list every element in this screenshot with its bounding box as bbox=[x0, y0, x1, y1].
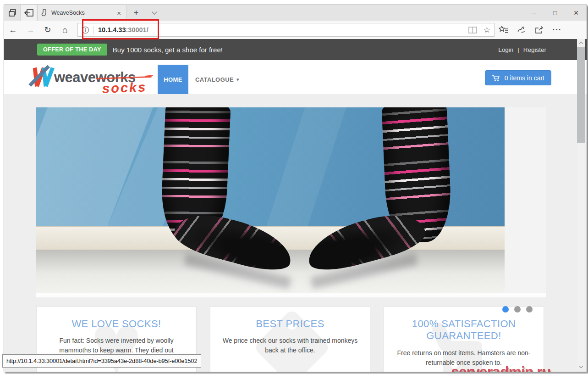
site-info-icon[interactable] bbox=[82, 26, 89, 34]
brand-socks-text: socks bbox=[102, 79, 147, 96]
favorites-hub-icon[interactable] bbox=[495, 26, 512, 34]
refresh-button[interactable]: ↻ bbox=[39, 25, 56, 35]
tabs-set-aside-button[interactable] bbox=[21, 5, 37, 21]
chevron-down-icon: ▾ bbox=[236, 77, 239, 83]
carousel-bottom-strip bbox=[36, 293, 546, 297]
tab-strip: WeaveSocks × + ─ □ × bbox=[4, 5, 587, 21]
tab-title: WeaveSocks bbox=[51, 10, 111, 16]
browser-toolbar: ← → ↻ ⌂ 10.1.4.33:30001/ ☆ bbox=[4, 21, 587, 39]
wall-light-streak bbox=[263, 107, 346, 239]
window-controls: ─ □ × bbox=[523, 5, 587, 21]
nav-tab-catalogue[interactable]: CATALOGUE ▾ bbox=[195, 65, 239, 94]
maximize-button[interactable]: □ bbox=[544, 5, 566, 21]
feature-card-best-prices: BEST PRICES We price check our socks wit… bbox=[210, 307, 370, 372]
status-bar-link-preview: http://10.1.4.33:30001/detail.html?id=33… bbox=[2, 354, 201, 368]
cart-icon bbox=[492, 74, 500, 82]
login-link[interactable]: Login bbox=[498, 46, 513, 53]
scrollbar[interactable] bbox=[577, 39, 585, 370]
hero-carousel-image[interactable] bbox=[36, 107, 505, 293]
back-button[interactable]: ← bbox=[4, 25, 22, 35]
web-note-pen-icon[interactable] bbox=[512, 26, 530, 34]
card-body: We price check our socks with trained mo… bbox=[220, 336, 360, 355]
home-button[interactable]: ⌂ bbox=[56, 25, 74, 35]
browser-tab[interactable]: WeaveSocks × bbox=[37, 5, 127, 21]
carousel-dot[interactable] bbox=[502, 306, 509, 313]
offer-bar: OFFER OF THE DAY Buy 1000 socks, get a s… bbox=[4, 39, 587, 60]
weavesocks-favicon-sock-icon bbox=[41, 9, 48, 17]
address-divider bbox=[93, 26, 94, 34]
url-text[interactable]: 10.1.4.33:30001/ bbox=[98, 26, 148, 33]
forward-button: → bbox=[22, 25, 39, 35]
auth-links: Login | Register bbox=[498, 39, 546, 60]
register-link[interactable]: Register bbox=[523, 46, 546, 53]
carousel-side-panel bbox=[505, 107, 546, 293]
carousel-dot[interactable] bbox=[526, 306, 533, 313]
site-header: weaveworks socks HOME CATALOGUE ▾ 0 item… bbox=[4, 60, 587, 94]
weaveworks-socks-logo[interactable]: weaveworks socks bbox=[28, 64, 147, 92]
offer-badge[interactable]: OFFER OF THE DAY bbox=[37, 44, 107, 56]
card-title: 100% SATISFACTION GUARANTEED! bbox=[389, 318, 539, 342]
scroll-up-arrow-icon[interactable] bbox=[577, 39, 585, 46]
carousel-dot[interactable] bbox=[514, 306, 521, 313]
reading-view-icon[interactable] bbox=[468, 27, 477, 33]
offer-message: Buy 1000 socks, get a shoe for free! bbox=[113, 46, 223, 54]
feature-card-satisfaction: 100% SATISFACTION GUARANTEED! Free retur… bbox=[384, 307, 544, 372]
tab-preview-toggle[interactable] bbox=[145, 5, 164, 21]
serveradmin-watermark: serveradmin.ru bbox=[451, 363, 550, 372]
share-icon[interactable] bbox=[530, 26, 548, 34]
tab-preview-button[interactable] bbox=[4, 5, 21, 21]
cart-button[interactable]: 0 items in cart bbox=[485, 70, 551, 85]
more-menu-icon[interactable]: ··· bbox=[548, 25, 566, 34]
minimize-button[interactable]: ─ bbox=[523, 5, 544, 21]
card-title: BEST PRICES bbox=[215, 318, 365, 330]
chevron-down-icon bbox=[152, 9, 157, 14]
carousel-dots bbox=[502, 306, 533, 313]
page-content: OFFER OF THE DAY Buy 1000 socks, get a s… bbox=[4, 39, 587, 372]
cart-label: 0 items in cart bbox=[505, 74, 544, 82]
close-button[interactable]: × bbox=[566, 5, 587, 21]
auth-divider: | bbox=[517, 46, 519, 53]
stacked-tabs-icon bbox=[8, 9, 16, 17]
card-title: WE LOVE SOCKS! bbox=[41, 318, 192, 330]
tab-close-icon[interactable]: × bbox=[115, 10, 123, 17]
tab-aside-icon bbox=[24, 9, 33, 17]
browser-window: WeaveSocks × + ─ □ × ← → ↻ ⌂ 10.1.4.33:3… bbox=[4, 5, 587, 372]
screenshot: WeaveSocks × + ─ □ × ← → ↻ ⌂ 10.1.4.33:3… bbox=[0, 0, 588, 374]
scroll-down-arrow-icon[interactable] bbox=[577, 363, 585, 370]
new-tab-button[interactable]: + bbox=[127, 5, 145, 21]
address-bar[interactable]: 10.1.4.33:30001/ ☆ bbox=[77, 23, 495, 37]
nav-tab-home[interactable]: HOME bbox=[158, 65, 188, 94]
add-favorite-star-icon[interactable]: ☆ bbox=[484, 25, 490, 35]
scrollbar-thumb[interactable] bbox=[577, 47, 585, 143]
